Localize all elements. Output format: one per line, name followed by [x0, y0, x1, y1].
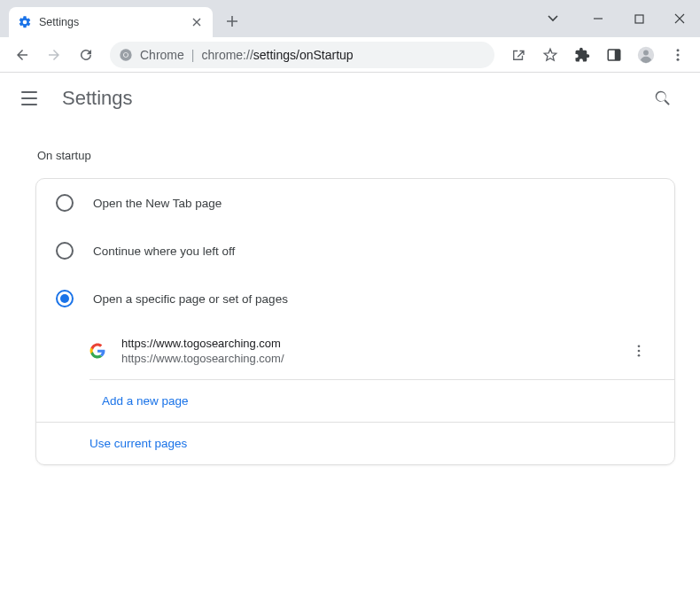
svg-point-7	[643, 50, 649, 55]
radio-icon	[56, 242, 74, 260]
extensions-icon[interactable]	[567, 41, 597, 69]
gear-icon	[18, 15, 32, 29]
back-button[interactable]	[7, 41, 37, 69]
omnibox[interactable]: Chrome | chrome://settings/onStartup	[110, 42, 494, 68]
startup-page-title: https://www.togosearching.com	[121, 337, 607, 350]
chevron-down-icon[interactable]	[537, 12, 569, 25]
maximize-button[interactable]	[618, 4, 659, 34]
svg-point-11	[638, 345, 641, 347]
reload-button[interactable]	[71, 41, 101, 69]
toolbar: Chrome | chrome://settings/onStartup	[0, 37, 700, 73]
window-controls	[537, 0, 700, 37]
forward-button	[39, 41, 69, 69]
radio-label: Continue where you left off	[93, 245, 235, 258]
svg-point-8	[677, 49, 680, 51]
chrome-icon	[119, 48, 133, 62]
bookmark-icon[interactable]	[535, 41, 565, 69]
startup-page-text: https://www.togosearching.com https://ww…	[121, 337, 607, 365]
add-page-label: Add a new page	[102, 394, 189, 408]
profile-icon[interactable]	[631, 41, 661, 69]
svg-point-10	[677, 58, 680, 60]
omnibox-separator: |	[191, 48, 195, 62]
startup-page-row: https://www.togosearching.com https://ww…	[36, 323, 674, 379]
google-icon	[89, 343, 105, 359]
omnibox-url: chrome://settings/onStartup	[201, 48, 353, 62]
minimize-button[interactable]	[578, 4, 618, 34]
settings-header: Settings	[0, 73, 700, 124]
menu-icon[interactable]	[663, 41, 693, 69]
radio-icon	[56, 194, 74, 212]
radio-continue[interactable]: Continue where you left off	[36, 227, 674, 275]
new-tab-button[interactable]	[220, 9, 245, 34]
startup-page-url: https://www.togosearching.com/	[121, 352, 607, 365]
tab-title: Settings	[39, 16, 183, 28]
page-title: Settings	[62, 87, 624, 110]
svg-point-12	[638, 350, 641, 353]
use-current-button[interactable]: Use current pages	[36, 423, 674, 464]
radio-icon-selected	[56, 290, 74, 307]
browser-tab[interactable]: Settings	[9, 7, 213, 37]
share-icon[interactable]	[503, 41, 533, 69]
content: On startup Open the New Tab page Continu…	[0, 124, 700, 465]
use-current-label: Use current pages	[89, 437, 187, 450]
menu-button[interactable]	[19, 88, 41, 109]
radio-label: Open a specific page or set of pages	[93, 292, 288, 306]
startup-card: Open the New Tab page Continue where you…	[35, 178, 675, 465]
svg-point-3	[124, 52, 128, 56]
close-icon[interactable]	[190, 15, 204, 29]
omnibox-scheme: Chrome	[140, 48, 184, 62]
close-window-button[interactable]	[659, 4, 700, 34]
radio-label: Open the New Tab page	[93, 197, 222, 210]
svg-rect-5	[615, 50, 620, 60]
svg-rect-0	[635, 15, 643, 23]
section-label: On startup	[37, 149, 675, 162]
add-page-button[interactable]: Add a new page	[36, 380, 674, 422]
radio-specific-pages[interactable]: Open a specific page or set of pages	[36, 275, 674, 323]
titlebar: Settings	[0, 0, 700, 37]
svg-point-9	[677, 53, 680, 56]
sidepanel-icon[interactable]	[599, 41, 629, 69]
radio-open-new-tab[interactable]: Open the New Tab page	[36, 179, 674, 227]
svg-point-13	[638, 354, 641, 357]
search-button[interactable]	[645, 81, 681, 116]
toolbar-right	[503, 41, 693, 69]
more-actions-button[interactable]	[623, 335, 655, 367]
